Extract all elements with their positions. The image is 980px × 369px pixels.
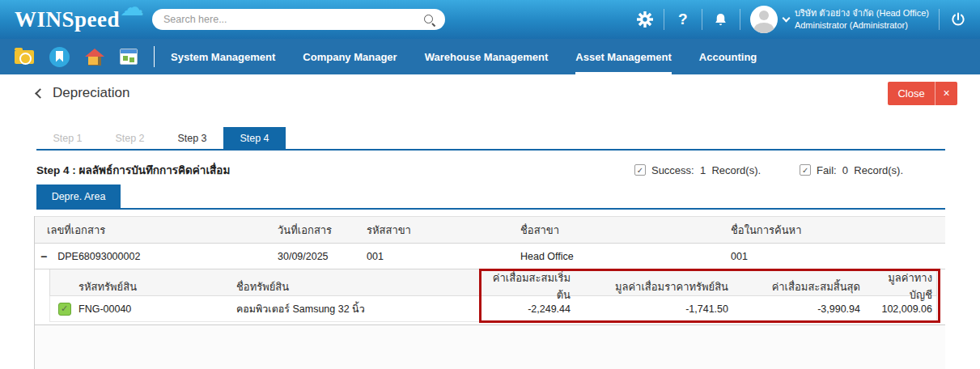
tab-step-2[interactable]: Step 2 xyxy=(99,127,161,149)
menu-asset-management[interactable]: Asset Management xyxy=(575,39,671,74)
area-tab-row: Depre. Area xyxy=(36,184,945,210)
close-x-icon[interactable]: × xyxy=(935,82,957,105)
back-chevron-icon[interactable] xyxy=(35,88,45,99)
page-title: Depreciation xyxy=(53,85,129,101)
module-menu: System Management Company Manager Wareho… xyxy=(171,39,757,74)
step-tabs: Step 1 Step 2 Step 3 Step 4 xyxy=(36,127,945,151)
history-folder-icon[interactable] xyxy=(15,50,34,64)
chevron-down-icon[interactable] xyxy=(782,15,790,23)
header-doc-date: วันที่เอกสาร xyxy=(278,222,367,239)
settings-gear-icon[interactable] xyxy=(636,11,654,28)
header-dep-amount: มูลค่าเสื่อมราคาทรัพย์สิน xyxy=(576,278,734,295)
search-input[interactable] xyxy=(163,14,423,25)
user-menu[interactable]: บริษัท ตัวอย่าง จำกัด (Head Office) Admi… xyxy=(750,6,929,33)
header-branch-code: รหัสสาขา xyxy=(367,222,520,239)
success-checkbox[interactable]: ✓ xyxy=(634,164,646,176)
close-button-group: Close × xyxy=(888,82,957,105)
quick-access-icons xyxy=(15,39,138,74)
user-info: บริษัท ตัวอย่าง จำกัด (Head Office) Admi… xyxy=(795,7,929,32)
home-icon[interactable] xyxy=(85,49,104,66)
tab-step-3[interactable]: Step 3 xyxy=(161,127,223,149)
header-doc-no: เลขที่เอกสาร xyxy=(35,222,278,239)
company-name: บริษัท ตัวอย่าง จำกัด (Head Office) xyxy=(795,8,929,18)
asset-table-header: รหัสทรัพย์สิน ชื่อทรัพย์สิน ค่าเสื่อมสะส… xyxy=(49,269,937,296)
end-accum-value: -3,990.94 xyxy=(734,303,866,315)
success-summary: ✓ Success: 1 Record(s). xyxy=(634,164,761,176)
topbar-divider xyxy=(702,9,702,30)
empty-detail-panel xyxy=(35,324,945,369)
step4-caption: Step 4 : ผลลัพธ์การบันทึกการคิดค่าเสื่อม xyxy=(36,161,230,179)
begin-accum-value: -2,249.44 xyxy=(482,303,576,315)
header-book-value: มูลค่าทางบัญชี xyxy=(866,269,938,303)
calendar-icon[interactable] xyxy=(120,49,138,65)
menu-company-manager[interactable]: Company Manager xyxy=(303,39,397,74)
branch-code: 001 xyxy=(367,251,520,262)
doc-no-cell: − DPE68093000002 xyxy=(35,251,278,262)
asset-code: FNG-00040 xyxy=(78,303,236,315)
topbar-divider xyxy=(664,9,664,30)
topbar-divider xyxy=(740,9,740,30)
menu-accounting[interactable]: Accounting xyxy=(699,39,757,74)
result-summary: ✓ Success: 1 Record(s). ✓ Fail: 0 Record… xyxy=(634,164,945,176)
header-search-name: ชื่อในการค้นหา xyxy=(731,222,945,239)
dep-amount-value: -1,741.50 xyxy=(576,303,734,315)
cloud-icon: ☁ xyxy=(120,0,144,19)
step4-label: Step 4 : xyxy=(36,164,76,176)
header-asset-name: ชื่อทรัพย์สิน xyxy=(236,278,482,295)
tab-step-4[interactable]: Step 4 xyxy=(223,127,286,149)
user-role: Administrator (Administrator) xyxy=(795,20,908,30)
close-button[interactable]: Close xyxy=(888,82,935,105)
app-logo-text: WINSpeed xyxy=(15,7,120,32)
page-header: Depreciation Close × xyxy=(0,74,980,112)
step4-caption-text: ผลลัพธ์การบันทึกการคิดค่าเสื่อม xyxy=(79,164,231,176)
user-avatar[interactable] xyxy=(750,6,778,33)
help-icon[interactable]: ? xyxy=(674,11,692,28)
notifications-bell-icon[interactable] xyxy=(712,11,730,28)
step4-caption-row: Step 4 : ผลลัพธ์การบันทึกการคิดค่าเสื่อม… xyxy=(36,161,945,179)
bookmark-icon[interactable] xyxy=(49,47,70,67)
fail-checkbox[interactable]: ✓ xyxy=(800,164,811,176)
menu-warehouse-management[interactable]: Warehouse Management xyxy=(425,39,549,74)
global-search[interactable] xyxy=(152,9,445,30)
book-value: 102,009.06 xyxy=(866,303,938,315)
tab-step-1[interactable]: Step 1 xyxy=(36,127,99,149)
document-table-header: เลขที่เอกสาร วันที่เอกสาร รหัสสาขา ชื่อส… xyxy=(35,216,945,244)
branch-name: Head Office xyxy=(520,251,731,262)
collapse-minus-icon[interactable]: − xyxy=(40,251,47,262)
menu-system-management[interactable]: System Management xyxy=(171,39,275,74)
success-text: Success: 1 Record(s). xyxy=(651,164,761,176)
document-row[interactable]: − DPE68093000002 30/09/2025 001 Head Off… xyxy=(35,244,945,269)
top-bar: WINSpeed ☁ ? xyxy=(0,0,980,39)
search-name: 001 xyxy=(731,251,945,262)
topbar-divider xyxy=(939,9,940,30)
asset-name: คอมพิวเตอร์ Samsung 32 นิ้ว xyxy=(236,301,482,317)
menu-divider xyxy=(154,46,155,67)
header-begin-accum: ค่าเสื่อมสะสมเริ่มต้น xyxy=(482,269,576,303)
success-check-icon: ✓ xyxy=(58,303,71,316)
page-content: Depreciation Close × Step 1 Step 2 Step … xyxy=(0,74,980,369)
header-asset-code: รหัสทรัพย์สิน xyxy=(78,278,236,295)
asset-status-cell: ✓ xyxy=(50,303,78,316)
main-menu-bar: System Management Company Manager Wareho… xyxy=(0,39,980,74)
topbar-actions: ? บริษัท ตัวอย่าง จำกัด (Head Office) Ad… xyxy=(636,6,967,33)
doc-no: DPE68093000002 xyxy=(57,251,140,262)
header-end-accum: ค่าเสื่อมสะสมสิ้นสุด xyxy=(734,278,866,295)
tab-depre-area[interactable]: Depre. Area xyxy=(36,184,121,208)
fail-summary: ✓ Fail: 0 Record(s). xyxy=(800,164,903,176)
logout-power-icon[interactable] xyxy=(949,11,967,28)
asset-subtable: รหัสทรัพย์สิน ชื่อทรัพย์สิน ค่าเสื่อมสะส… xyxy=(49,269,937,322)
search-icon[interactable] xyxy=(423,14,435,26)
doc-date: 30/09/2025 xyxy=(278,251,367,262)
results-grid: เลขที่เอกสาร วันที่เอกสาร รหัสสาขา ชื่อส… xyxy=(34,216,945,369)
fail-text: Fail: 0 Record(s). xyxy=(817,164,903,176)
header-branch-name: ชื่อสาขา xyxy=(520,222,731,239)
app-logo: WINSpeed ☁ xyxy=(15,7,141,32)
